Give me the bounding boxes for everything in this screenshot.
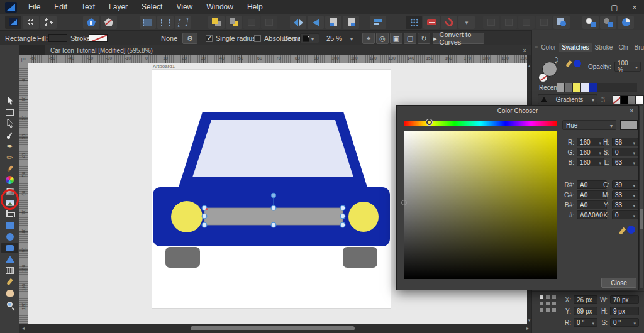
cc-right-M-field[interactable]: 33: [612, 190, 638, 199]
fill-swatch[interactable]: [48, 34, 67, 42]
swap-fill-stroke-icon[interactable]: ⤸: [555, 57, 558, 64]
marquee-fill-button[interactable]: [140, 16, 156, 29]
car-wheel-left[interactable]: [165, 247, 200, 268]
menu-view[interactable]: View: [169, 0, 199, 14]
w-field[interactable]: 70 px: [610, 295, 639, 304]
car-headlight-left[interactable]: [171, 201, 203, 232]
move-tool[interactable]: [1, 96, 18, 106]
designer-persona-button[interactable]: [5, 16, 21, 29]
picked-color-dot[interactable]: [574, 60, 581, 67]
tab-chr[interactable]: Chr: [616, 43, 631, 52]
rectangle-tool[interactable]: [1, 220, 18, 231]
edit-all-layers-button[interactable]: [553, 16, 570, 29]
menu-layer[interactable]: Layer: [102, 0, 135, 14]
horizontal-scroll-thumb[interactable]: [191, 326, 355, 330]
recent-swatch-1[interactable]: [557, 83, 565, 92]
tab-brushes[interactable]: Brushes: [632, 43, 644, 52]
artboard-tool[interactable]: [1, 107, 18, 117]
rounded-rectangle-tool[interactable]: [1, 243, 18, 253]
stroke-width-value[interactable]: None: [161, 35, 177, 42]
node-tool[interactable]: [1, 118, 18, 129]
export-persona-button[interactable]: [40, 16, 57, 29]
corner-radius-dropdown[interactable]: 25 %: [323, 33, 356, 43]
handle-bottom-right[interactable]: [340, 222, 345, 227]
handle-top-center[interactable]: [271, 205, 276, 210]
cc-right-C-field[interactable]: 39: [612, 180, 638, 189]
rotation-handle[interactable]: [272, 194, 276, 198]
rotate-button[interactable]: ↻: [418, 33, 430, 44]
cc-right-Y-field[interactable]: 33: [612, 200, 638, 209]
colour-picker-tool[interactable]: [1, 276, 18, 287]
handle-bottom-center[interactable]: [271, 222, 276, 227]
close-button[interactable]: ×: [629, 3, 640, 12]
scroll-up-icon[interactable]: ▲: [527, 64, 531, 68]
scroll-right-icon[interactable]: ▸: [526, 325, 529, 331]
preset-swatch-3[interactable]: [628, 96, 636, 104]
tab-stroke[interactable]: Stroke: [592, 43, 616, 52]
point-transform-tool[interactable]: [1, 129, 18, 140]
saturation-lightness-square[interactable]: [404, 131, 557, 279]
color-square-marker[interactable]: [401, 200, 407, 205]
marquee-skew-button[interactable]: [175, 16, 191, 29]
recent-swatch-5[interactable]: [589, 83, 597, 92]
recent-swatch-2[interactable]: [565, 83, 573, 92]
menu-text[interactable]: Text: [74, 0, 102, 14]
handle-bottom-left[interactable]: [202, 222, 207, 227]
vector-crop-tool[interactable]: [1, 209, 18, 219]
menu-file[interactable]: File: [21, 0, 47, 14]
fill-gradient-tool[interactable]: [1, 175, 18, 185]
fill-color-circle[interactable]: [542, 62, 557, 77]
dialog-picked-color-dot[interactable]: [627, 226, 635, 234]
dialog-close-icon[interactable]: ×: [630, 107, 633, 114]
color-mode-dropdown[interactable]: Hue: [562, 120, 616, 130]
boolean-divide-button[interactable]: [618, 16, 634, 29]
transform-mode-button[interactable]: ▣: [390, 33, 402, 44]
car-wheel-right[interactable]: [343, 247, 377, 268]
pentagon-slash-button[interactable]: [101, 16, 117, 29]
alignment-button[interactable]: [370, 16, 386, 29]
stroke-settings-button[interactable]: ⚙: [182, 33, 197, 44]
panel-menu-icon[interactable]: ≡: [535, 44, 538, 50]
hue-slider-marker[interactable]: [426, 119, 432, 125]
arrange-backward-button[interactable]: [226, 16, 242, 29]
y-field[interactable]: 69 px: [574, 307, 597, 315]
opacity-dropdown[interactable]: 100 %: [614, 62, 641, 72]
menu-edit[interactable]: Edit: [47, 0, 74, 14]
marquee-outline-button[interactable]: [157, 16, 174, 29]
ellipse-tool[interactable]: [1, 231, 18, 242]
anchor-point-selector[interactable]: [540, 295, 557, 313]
arrange-forward-button[interactable]: [208, 16, 225, 29]
handle-mid-right[interactable]: [340, 214, 345, 219]
preset-swatch-2[interactable]: [621, 96, 628, 104]
panel-scroll-thumb[interactable]: [640, 209, 643, 229]
snap-to-center-button[interactable]: ⌖: [362, 33, 375, 44]
triangle-tool[interactable]: [1, 254, 18, 265]
pencil-tool[interactable]: ✏: [1, 152, 18, 163]
menu-select[interactable]: Select: [135, 0, 169, 14]
restore-button[interactable]: ▢: [609, 3, 620, 12]
panel-scrollbar[interactable]: [640, 106, 643, 288]
absolute-sizes-checkbox[interactable]: [254, 35, 261, 42]
menu-help[interactable]: Help: [240, 0, 270, 14]
minimize-button[interactable]: –: [589, 3, 600, 12]
cc-right-S-field[interactable]: 0: [612, 148, 638, 156]
eyedropper-icon[interactable]: [565, 60, 572, 68]
tab-swatches[interactable]: Swatches: [559, 43, 591, 52]
pen-tool[interactable]: ✒: [1, 141, 18, 151]
snap-grid-button[interactable]: [406, 16, 422, 29]
handle-top-right[interactable]: [340, 205, 345, 210]
horizontal-scrollbar[interactable]: ◂ ▸: [19, 324, 531, 333]
recent-swatch-4[interactable]: [581, 83, 589, 92]
recent-swatch-3[interactable]: [573, 83, 581, 92]
cc-right-H-field[interactable]: 56: [612, 138, 638, 146]
rotate-cw-button[interactable]: [343, 16, 359, 29]
stroke-swatch[interactable]: [89, 34, 108, 42]
convert-to-curves-button[interactable]: ▸Convert to Curves: [433, 33, 484, 44]
flip-vertical-button[interactable]: [308, 16, 324, 29]
cc-right-K-field[interactable]: 0: [612, 210, 638, 219]
snapping-magnet-button[interactable]: [441, 16, 457, 29]
preset-swatch-4[interactable]: [636, 96, 643, 104]
handle-mid-left[interactable]: [202, 214, 207, 219]
dialog-eyedropper-icon[interactable]: [619, 227, 626, 235]
vector-brush-tool[interactable]: [1, 163, 18, 174]
